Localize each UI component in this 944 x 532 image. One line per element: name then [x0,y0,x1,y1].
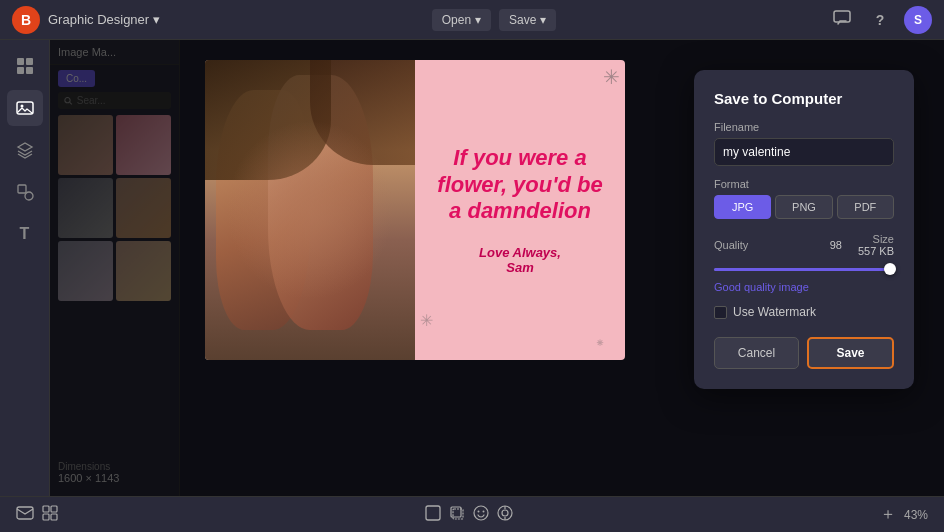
frame-icon[interactable] [425,505,441,524]
sidebar-item-shapes[interactable] [7,174,43,210]
dandelion-decoration-3: ⁕ [595,336,605,350]
dialog-title: Save to Computer [714,90,894,107]
slider-fill [714,268,890,271]
format-pdf-button[interactable]: PDF [837,195,894,219]
slider-track-wrapper [714,263,894,275]
svg-rect-1 [17,58,24,65]
svg-rect-15 [51,514,57,520]
svg-rect-2 [26,58,33,65]
svg-rect-12 [43,506,49,512]
app-title-chevron[interactable]: ▾ [153,12,160,27]
svg-point-20 [477,511,479,513]
content-area: Image Ma... Co... Dimensions 1600 × 1143 [50,40,944,496]
avatar[interactable]: S [904,6,932,34]
save-button-top[interactable]: Save ▾ [499,9,556,31]
size-block: Size 557 KB [858,233,894,257]
main-area: T Image Ma... Co... [0,40,944,496]
svg-rect-13 [51,506,57,512]
sidebar-item-grid[interactable] [7,48,43,84]
dandelion-decoration-2: ✳ [420,311,433,330]
add-icon[interactable]: ＋ [880,504,896,525]
watermark-label: Use Watermark [733,305,816,319]
chat-icon-btn[interactable] [828,6,856,34]
watermark-row: Use Watermark [714,305,894,319]
mail-icon[interactable] [16,506,34,523]
quality-slider-container [714,263,894,275]
filename-input[interactable] [714,138,894,166]
svg-point-23 [502,510,508,516]
slider-track [714,268,894,271]
quality-top-row: Quality 98 Size 557 KB [714,233,894,257]
preview-card: ✳ ✳ ⁕ If you were a flower, you'd be a d… [205,60,625,360]
chat-icon [833,10,851,30]
slider-thumb[interactable] [884,263,896,275]
preview-text-panel: ✳ ✳ ⁕ If you were a flower, you'd be a d… [415,60,625,360]
topbar-center: Open ▾ Save ▾ [432,9,557,31]
quality-info: Quality 98 Size 557 KB [714,233,894,257]
svg-point-21 [482,511,484,513]
topbar: B Graphic Designer ▾ Open ▾ Save ▾ ? S [0,0,944,40]
sidebar: T [0,40,50,496]
app-title-text: Graphic Designer [48,12,149,27]
bottombar-center [425,505,513,524]
sidebar-item-image[interactable] [7,90,43,126]
zoom-value: 43% [904,508,928,522]
svg-rect-16 [426,506,440,520]
app-logo: B [12,6,40,34]
help-icon-btn[interactable]: ? [866,6,894,34]
preview-photo [205,60,415,360]
dandelion-decoration-1: ✳ [603,65,620,89]
text-icon: T [20,225,30,243]
quality-value: 98 [830,239,842,251]
sidebar-item-layers[interactable] [7,132,43,168]
svg-rect-11 [17,507,33,519]
emoji-icon[interactable] [473,505,489,524]
svg-rect-14 [43,514,49,520]
svg-point-19 [474,506,488,520]
preview-text-sub: Love Always, Sam [479,245,561,275]
help-icon: ? [876,12,885,28]
sidebar-item-text[interactable]: T [7,216,43,252]
watermark-checkbox[interactable] [714,306,727,319]
save-dialog: Save to Computer Filename Format JPG PNG… [694,70,914,389]
quality-label: Quality [714,239,748,251]
svg-rect-4 [26,67,33,74]
filename-label: Filename [714,121,894,133]
svg-point-8 [25,192,33,200]
format-row: JPG PNG PDF [714,195,894,219]
svg-rect-3 [17,67,24,74]
grid-bottom-icon[interactable] [42,505,58,524]
preview-text-main: If you were a flower, you'd be a damndel… [431,145,609,224]
format-png-button[interactable]: PNG [775,195,832,219]
bottombar: ＋ 43% [0,496,944,532]
cancel-button[interactable]: Cancel [714,337,799,369]
bottombar-left [16,505,58,524]
save-button-dialog[interactable]: Save [807,337,894,369]
topbar-right: ? S [828,6,932,34]
crop-icon[interactable] [449,505,465,524]
size-label: Size [858,233,894,245]
photo-simulation [205,60,415,360]
svg-rect-7 [18,185,26,193]
svg-point-6 [20,105,23,108]
good-quality-link[interactable]: Good quality image [714,281,894,293]
open-button[interactable]: Open ▾ [432,9,491,31]
target-icon[interactable] [497,505,513,524]
format-jpg-button[interactable]: JPG [714,195,771,219]
format-label: Format [714,178,894,190]
size-value: 557 KB [858,245,894,257]
app-title: Graphic Designer ▾ [48,12,160,27]
bottombar-right: ＋ 43% [880,504,928,525]
topbar-left: B Graphic Designer ▾ [12,6,160,34]
dialog-footer: Cancel Save [714,337,894,369]
